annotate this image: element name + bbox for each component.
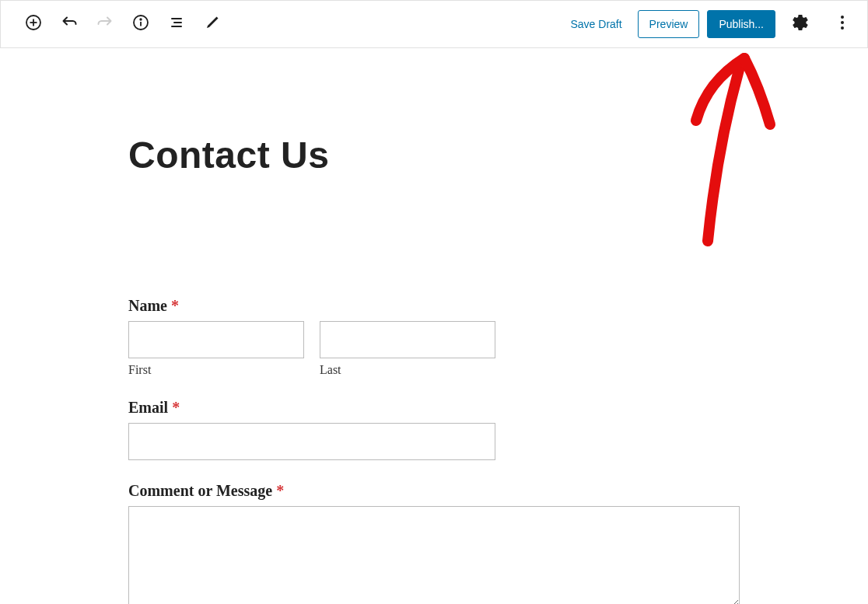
pencil-icon <box>203 13 222 35</box>
name-label: Name * <box>128 297 868 315</box>
plus-circle-icon <box>24 13 43 35</box>
email-label: Email * <box>128 399 868 417</box>
undo-icon <box>60 13 79 35</box>
list-icon <box>167 13 186 35</box>
name-fields-row: First Last <box>128 321 868 377</box>
message-textarea[interactable] <box>128 506 740 604</box>
save-draft-button[interactable]: Save Draft <box>562 13 629 35</box>
required-mark: * <box>171 297 179 314</box>
toolbar-left-group <box>9 7 229 41</box>
editor-toolbar: Save Draft Preview Publish... <box>0 0 868 48</box>
redo-button[interactable] <box>88 7 122 41</box>
redo-icon <box>96 13 114 35</box>
info-button[interactable] <box>124 7 158 41</box>
message-field-group: Comment or Message * <box>128 482 868 604</box>
settings-button[interactable] <box>783 7 817 41</box>
undo-button[interactable] <box>52 7 86 41</box>
message-label-text: Comment or Message <box>128 482 272 499</box>
preview-button[interactable]: Preview <box>638 10 700 38</box>
svg-point-11 <box>841 26 844 30</box>
toolbar-right-group: Save Draft Preview Publish... <box>562 7 859 41</box>
message-label: Comment or Message * <box>128 482 868 500</box>
svg-point-10 <box>841 21 844 24</box>
gear-icon <box>791 13 810 35</box>
first-name-column: First <box>128 321 304 377</box>
last-name-sublabel: Last <box>320 363 495 377</box>
editor-content: Contact Us Name * First Last Email * Com… <box>0 48 868 604</box>
required-mark: * <box>276 482 284 499</box>
first-name-input[interactable] <box>128 321 304 358</box>
svg-point-5 <box>140 19 142 20</box>
svg-point-9 <box>841 16 844 19</box>
email-label-text: Email <box>128 399 168 416</box>
last-name-column: Last <box>320 321 495 377</box>
more-vertical-icon <box>833 13 852 35</box>
last-name-input[interactable] <box>320 321 495 358</box>
email-input[interactable] <box>128 423 495 460</box>
info-icon <box>131 13 150 35</box>
add-block-button[interactable] <box>16 7 51 41</box>
outline-button[interactable] <box>159 7 194 41</box>
page-title[interactable]: Contact Us <box>128 134 868 176</box>
required-mark: * <box>172 399 180 416</box>
name-label-text: Name <box>128 297 167 314</box>
first-name-sublabel: First <box>128 363 304 377</box>
name-field-group: Name * First Last <box>128 297 868 377</box>
publish-button[interactable]: Publish... <box>707 10 775 38</box>
edit-button[interactable] <box>195 7 229 41</box>
more-options-button[interactable] <box>825 7 859 41</box>
email-field-group: Email * <box>128 399 868 460</box>
